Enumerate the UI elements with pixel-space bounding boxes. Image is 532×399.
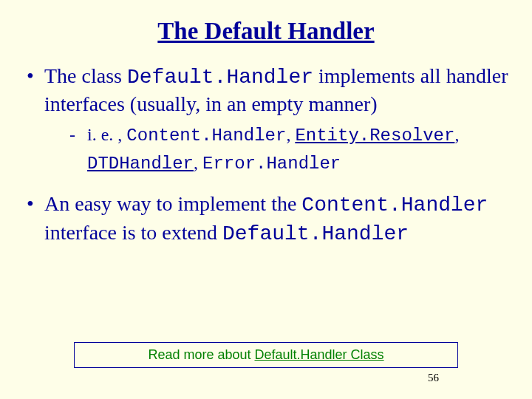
sub-1-c3: DTDHandler	[87, 154, 194, 174]
slide: The Default Handler The class Default.Ha…	[0, 0, 532, 399]
footer-link[interactable]: Default.Handler Class	[255, 347, 384, 362]
sub-1-c1: Content.Handler	[126, 126, 286, 146]
page-number: 56	[428, 372, 439, 384]
sub-1-pre: i. e. ,	[87, 125, 126, 144]
bullet-list: The class Default.Handler implements all…	[24, 63, 508, 248]
sub-1: i. e. , Content.Handler, Entity.Resolver…	[44, 121, 508, 177]
sub-1-sep1: ,	[286, 125, 295, 144]
bullet-2-code2: Default.Handler	[222, 222, 409, 245]
sub-1-c4: Error.Handler	[202, 154, 341, 174]
bullet-2: An easy way to implement the Content.Han…	[24, 191, 508, 248]
sub-list: i. e. , Content.Handler, Entity.Resolver…	[44, 121, 508, 177]
sub-1-sep2: ,	[454, 125, 459, 144]
bullet-1: The class Default.Handler implements all…	[24, 63, 508, 177]
bullet-2-mid: interface is to extend	[44, 221, 222, 244]
footer-box: Read more about Default.Handler Class	[74, 342, 458, 368]
slide-title: The Default Handler	[24, 18, 508, 45]
bullet-1-pre: The class	[44, 64, 127, 87]
bullet-2-code1: Content.Handler	[301, 194, 488, 216]
footer-pre: Read more about	[148, 347, 254, 362]
sub-1-sep3: ,	[194, 153, 202, 172]
sub-1-c2: Entity.Resolver	[295, 126, 454, 146]
bullet-2-pre: An easy way to implement the	[44, 192, 301, 215]
bullet-1-code: Default.Handler	[127, 66, 313, 89]
